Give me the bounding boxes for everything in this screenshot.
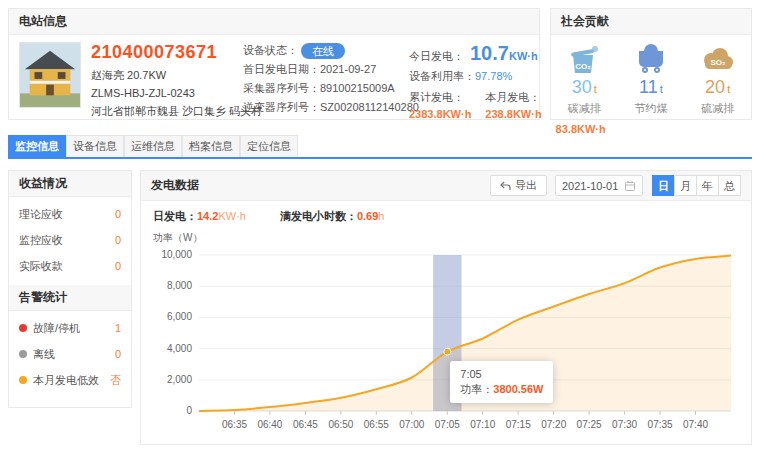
- low-efficiency-dot-icon: [19, 376, 27, 384]
- date-value: 2021-10-01: [562, 180, 618, 192]
- device-status-label: 设备状态：: [243, 44, 298, 56]
- full-hours-unit: h: [378, 210, 384, 222]
- first-gen-label: 首日发电日期：: [243, 63, 320, 75]
- revenue-value: 0: [115, 260, 121, 272]
- month-gen-value: 238.8KW·h: [485, 108, 541, 120]
- tab-archive-info[interactable]: 档案信息: [182, 135, 240, 157]
- tab-location-info[interactable]: 定位信息: [240, 135, 298, 157]
- revenue-row-theoretical: 理论应收 0: [19, 201, 121, 227]
- revenue-row-monitored: 监控应收 0: [19, 227, 121, 253]
- so2-label: 硫减排: [688, 101, 748, 116]
- station-code: ZLMS-HBJ-ZJL-0243: [91, 87, 243, 99]
- co2-label: 碳减排: [554, 101, 614, 116]
- svg-text:06:50: 06:50: [328, 419, 353, 430]
- alarm-row-offline: 离线 0: [19, 341, 121, 367]
- daily-gen-value: 14.2: [197, 210, 218, 222]
- alarm-value: 0: [115, 348, 121, 360]
- social-panel-title: 社会贡献: [551, 9, 751, 35]
- tooltip-time: 7:05: [460, 367, 543, 382]
- today-gen-label: 今日发电：: [409, 50, 464, 62]
- svg-text:0: 0: [186, 405, 192, 416]
- so2-unit: t: [727, 83, 730, 95]
- offline-dot-icon: [19, 350, 27, 358]
- svg-text:2,000: 2,000: [167, 374, 192, 385]
- revenue-value: 0: [115, 208, 121, 220]
- range-total-button[interactable]: 总: [718, 175, 741, 196]
- station-id: 210400073671: [91, 42, 243, 63]
- station-panel-title: 电站信息: [9, 9, 539, 35]
- so2-value: 20: [705, 77, 725, 97]
- sidebar-panel: 收益情况 理论应收 0 监控应收 0 实际收款 0 告警统计 故障/停机 1 离…: [8, 170, 132, 408]
- chart-panel-title: 发电数据: [151, 177, 490, 194]
- svg-text:06:35: 06:35: [222, 419, 247, 430]
- tab-monitoring-info[interactable]: 监控信息: [8, 135, 66, 157]
- social-item-co2: CO₂ 30t 碳减排: [554, 44, 614, 116]
- date-picker[interactable]: 2021-10-01: [555, 175, 643, 196]
- coal-value: 11: [639, 77, 658, 97]
- tab-bar: 监控信息 设备信息 运维信息 档案信息 定位信息: [8, 135, 752, 159]
- status-badge: 在线: [301, 43, 345, 59]
- today-gen-unit: KW·h: [509, 50, 538, 62]
- full-hours-value: 0.69: [357, 210, 378, 222]
- svg-text:SO₂: SO₂: [710, 58, 726, 67]
- first-gen-date: 2021-09-27: [320, 63, 376, 75]
- revenue-value: 0: [115, 234, 121, 246]
- svg-text:07:15: 07:15: [506, 419, 531, 430]
- daily-gen-label: 日发电：: [153, 210, 197, 222]
- collector-sn: 89100215009A: [320, 82, 395, 94]
- co2-unit: t: [594, 83, 597, 95]
- station-address: 河北省邯郸市魏县 沙口集乡 码头村: [91, 104, 243, 119]
- dashboard-page: 电站信息 210400073671 赵海亮 20.7KW ZLMS-HBJ-ZJ…: [0, 0, 760, 457]
- export-button[interactable]: 导出: [490, 175, 547, 196]
- calendar-icon: [624, 180, 636, 192]
- station-owner: 赵海亮 20.7KW: [91, 68, 243, 83]
- svg-text:07:10: 07:10: [470, 419, 495, 430]
- co2-reduction-icon: CO₂: [567, 44, 601, 74]
- alarm-row-low-efficiency: 本月发电低效 否: [19, 367, 121, 393]
- tooltip-label: 功率：: [460, 383, 493, 395]
- full-hours-label: 满发电小时数：: [280, 210, 357, 222]
- svg-text:07:00: 07:00: [399, 419, 424, 430]
- svg-text:07:05: 07:05: [435, 419, 460, 430]
- svg-text:06:40: 06:40: [257, 419, 282, 430]
- station-photo: [19, 42, 81, 108]
- range-month-button[interactable]: 月: [674, 175, 697, 196]
- today-gen-value: 10.7: [470, 42, 509, 64]
- total-gen-value: 2383.8KW·h: [409, 108, 471, 120]
- range-day-button[interactable]: 日: [652, 175, 675, 196]
- svg-text:4,000: 4,000: [167, 343, 192, 354]
- revenue-section-title: 收益情况: [9, 171, 131, 197]
- collector-label: 采集器序列号：: [243, 82, 320, 94]
- tab-device-info[interactable]: 设备信息: [66, 135, 124, 157]
- svg-text:8,000: 8,000: [167, 280, 192, 291]
- coal-unit: t: [660, 83, 663, 95]
- svg-text:07:25: 07:25: [577, 419, 602, 430]
- y-axis-title: 功率（W）: [153, 231, 739, 245]
- coal-saving-icon: [634, 44, 668, 74]
- power-data-panel: 发电数据 导出 2021-10-01 日 月: [140, 170, 752, 445]
- fault-dot-icon: [19, 324, 27, 332]
- svg-text:06:55: 06:55: [364, 419, 389, 430]
- total-gen-label: 累计发电：: [409, 90, 471, 105]
- alarm-value: 1: [115, 322, 121, 334]
- utilization-value: 97.78%: [475, 70, 512, 82]
- tab-ops-info[interactable]: 运维信息: [124, 135, 182, 157]
- utilization-label: 设备利用率：: [409, 70, 475, 82]
- inverter-sn: SZ00208112140280: [320, 101, 419, 113]
- chart-tooltip: 7:05 功率：3800.56W: [450, 361, 553, 403]
- chart-stats-line: 日发电：14.2KW·h满发电小时数：0.69h: [153, 209, 739, 224]
- svg-text:CO₂: CO₂: [576, 62, 592, 71]
- inverter-label: 逆变器序列号：: [243, 101, 320, 113]
- power-line-chart[interactable]: 02,0004,0006,0008,00010,00006:3506:4006:…: [153, 247, 739, 443]
- social-item-so2: SO₂ 20t 硫减排: [688, 44, 748, 116]
- range-segmented-control: 日 月 年 总: [653, 175, 741, 196]
- station-info-panel: 电站信息 210400073671 赵海亮 20.7KW ZLMS-HBJ-ZJ…: [8, 8, 540, 120]
- tooltip-value: 3800.56W: [493, 383, 543, 395]
- svg-text:6,000: 6,000: [167, 311, 192, 322]
- range-year-button[interactable]: 年: [696, 175, 719, 196]
- revenue-row-actual: 实际收款 0: [19, 253, 121, 279]
- svg-text:07:30: 07:30: [612, 419, 637, 430]
- svg-text:07:20: 07:20: [541, 419, 566, 430]
- coal-label: 节约煤: [621, 101, 681, 116]
- svg-text:06:45: 06:45: [293, 419, 318, 430]
